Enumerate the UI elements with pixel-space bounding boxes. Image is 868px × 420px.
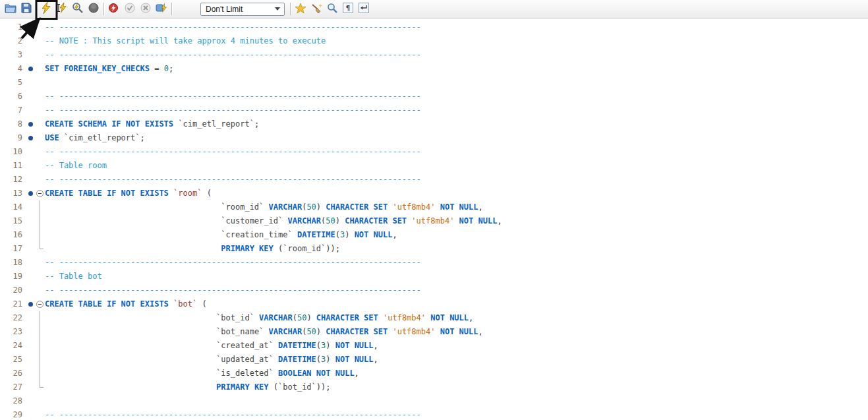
fold-cell: [35, 62, 45, 76]
line-number: 9: [0, 131, 26, 145]
code-editor[interactable]: 1-- ------------------------------------…: [0, 18, 868, 420]
marker-cell: [26, 228, 35, 242]
line-number: 13: [0, 187, 26, 200]
limit-dropdown[interactable]: Don't Limit: [200, 3, 285, 16]
statement-marker-dot: [28, 67, 33, 71]
toggle-wrap-button[interactable]: [356, 1, 372, 17]
execute-current-statement-button[interactable]: [54, 1, 70, 17]
explain-query-button[interactable]: [70, 1, 86, 17]
line-number: 21: [0, 297, 26, 311]
sql-editor-toolbar: Don't Limit: [0, 0, 868, 18]
search-icon: [327, 3, 337, 15]
line-number: 3: [0, 48, 26, 62]
code-line: 22`bot_id` VARCHAR(50) CHARACTER SET 'ut…: [0, 311, 868, 325]
code-line: 13CREATE TABLE IF NOT EXISTS `room` (: [0, 187, 868, 200]
marker-cell: [26, 270, 35, 284]
marker-cell: [26, 145, 35, 159]
statement-marker-dot: [28, 302, 33, 307]
fold-cell: [35, 34, 45, 48]
save-script-button[interactable]: [18, 1, 34, 17]
code-text: CREATE TABLE IF NOT EXISTS `room` (: [45, 187, 212, 200]
fold-cell: [35, 20, 45, 34]
wrap-return-icon: [359, 3, 369, 15]
code-line: 3-- ------------------------------------…: [0, 48, 868, 62]
code-text: -- -------------------------------------…: [45, 284, 421, 297]
code-line: 9USE `cim_etl_report`;: [0, 131, 868, 145]
toolbar-separator: [171, 3, 172, 15]
fold-cell: [35, 90, 45, 104]
line-number: 8: [0, 117, 26, 131]
fold-cell: [35, 339, 45, 353]
fold-cell: [35, 214, 45, 228]
stop-query-button[interactable]: [86, 1, 101, 17]
execute-lightning-icon: [41, 2, 51, 16]
line-number: 7: [0, 104, 26, 117]
fold-cell: [35, 270, 45, 284]
open-script-button[interactable]: [3, 1, 18, 17]
code-text: -- -------------------------------------…: [45, 104, 421, 117]
statement-marker-dot: [28, 136, 33, 140]
code-text: USE `cim_etl_report`;: [45, 131, 145, 145]
line-number: 4: [0, 62, 26, 76]
code-line: 15`customer_id` VARCHAR(50) CHARACTER SE…: [0, 214, 868, 228]
commit-button[interactable]: [122, 1, 138, 17]
line-number: 12: [0, 173, 26, 187]
line-number: 20: [0, 284, 26, 297]
marker-cell: [26, 367, 35, 380]
fold-cell: [35, 284, 45, 297]
marker-cell: [26, 284, 35, 297]
code-line: 23`bot_name` VARCHAR(50) CHARACTER SET '…: [0, 325, 868, 339]
execute-script-button[interactable]: [38, 1, 54, 17]
find-button[interactable]: [324, 1, 340, 17]
line-number: 2: [0, 34, 26, 48]
fold-cell: [35, 242, 45, 256]
marker-cell: [26, 325, 35, 339]
line-number: 15: [0, 214, 26, 228]
line-number: 5: [0, 76, 26, 90]
code-line: 2-- NOTE : This script will take approx …: [0, 34, 868, 48]
code-line: 14`room_id` VARCHAR(50) CHARACTER SET 'u…: [0, 200, 868, 214]
fold-cell: [35, 76, 45, 90]
fold-cell: [35, 159, 45, 173]
limit-dropdown-value: Don't Limit: [206, 5, 274, 14]
code-line: 29-- -----------------------------------…: [0, 408, 868, 420]
code-text: -- Table bot: [45, 270, 102, 284]
fold-toggle[interactable]: [35, 187, 45, 200]
toggle-autocommit-button[interactable]: [154, 1, 169, 17]
code-line: 20-- -----------------------------------…: [0, 284, 868, 297]
code-text: -- -------------------------------------…: [45, 20, 421, 34]
marker-cell: [26, 34, 35, 48]
toggle-invisibles-button[interactable]: ¶: [340, 1, 356, 17]
line-number: 19: [0, 270, 26, 284]
statement-marker-dot: [28, 191, 33, 196]
fold-cell: [35, 380, 45, 394]
fold-cell: [35, 117, 45, 131]
code-text: `bot_id` VARCHAR(50) CHARACTER SET 'utf8…: [45, 311, 473, 325]
code-line: 28: [0, 394, 868, 408]
line-number: 29: [0, 408, 26, 420]
code-line: 16`creation_time` DATETIME(3) NOT NULL,: [0, 228, 868, 242]
marker-cell: [26, 131, 35, 145]
marker-cell: [26, 62, 35, 76]
fold-cell: [35, 145, 45, 159]
fold-toggle[interactable]: [35, 297, 45, 311]
rollback-button[interactable]: [138, 1, 154, 17]
commit-check-icon: [125, 3, 135, 15]
code-line: 12-- -----------------------------------…: [0, 173, 868, 187]
fold-cell: [35, 353, 45, 367]
code-line: 6-- ------------------------------------…: [0, 90, 868, 104]
beautify-script-button[interactable]: [293, 1, 308, 17]
code-text: `updated_at` DATETIME(3) NOT NULL,: [45, 353, 378, 367]
clean-button[interactable]: [308, 1, 324, 17]
code-line: 4SET FOREIGN_KEY_CHECKS = 0;: [0, 62, 868, 76]
fold-cell: [35, 256, 45, 270]
code-text: CREATE SCHEMA IF NOT EXISTS `cim_etl_rep…: [45, 117, 259, 131]
broom-icon: [310, 3, 322, 16]
toggle-stop-on-error-button[interactable]: [106, 1, 122, 17]
code-text: CREATE TABLE IF NOT EXISTS `bot` (: [45, 297, 207, 311]
line-number: 10: [0, 145, 26, 159]
page: { "toolbar": { "limit_value": "Don't Lim…: [0, 0, 868, 420]
fold-cell: [35, 173, 45, 187]
code-text: -- -------------------------------------…: [45, 145, 421, 159]
pilcrow-icon: ¶: [343, 3, 353, 15]
